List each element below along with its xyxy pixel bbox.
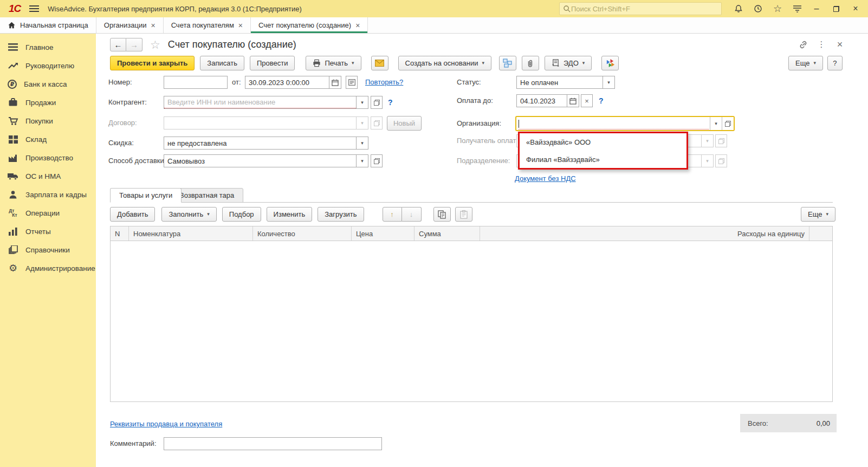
column-header-quantity[interactable]: Количество <box>253 226 352 241</box>
chevron-down-icon[interactable]: ▾ <box>356 155 368 167</box>
minimize-button[interactable]: – <box>812 4 821 14</box>
column-header-unit-costs[interactable]: Расходы на единицу <box>480 226 809 241</box>
column-header-price[interactable]: Цена <box>352 226 414 241</box>
number-field[interactable] <box>164 76 228 89</box>
tab-invoice-create[interactable]: Счет покупателю (создание) × <box>251 17 368 33</box>
create-based-on-button[interactable]: Создать на основании▾ <box>398 56 491 70</box>
contract-field: ▾ <box>164 116 368 129</box>
move-down-button[interactable]: ↓ <box>402 207 422 222</box>
main-menu-icon[interactable] <box>29 5 39 12</box>
tab-customer-invoices[interactable]: Счета покупателям × <box>164 17 251 33</box>
sidebar-item-main[interactable]: Главное <box>0 38 96 56</box>
search-input[interactable] <box>571 5 718 13</box>
counterparty-field[interactable]: ▾ <box>164 96 368 109</box>
restore-button[interactable] <box>831 4 841 14</box>
sidebar-item-production[interactable]: Производство <box>0 148 96 167</box>
column-header-sum[interactable]: Сумма <box>414 226 480 241</box>
fill-button[interactable]: Заполнить▾ <box>161 207 216 222</box>
discount-field[interactable]: не предоставлена ▾ <box>164 137 368 150</box>
send-email-button[interactable] <box>371 56 388 70</box>
edit-button[interactable]: Изменить <box>267 207 313 222</box>
org-option-wiseadvice-branch[interactable]: Филиал «Вайзэдвайс» <box>520 151 686 168</box>
get-link-icon[interactable] <box>797 38 809 50</box>
no-vat-link[interactable]: Документ без НДС <box>515 172 576 185</box>
tab-home[interactable]: Начальная страница <box>0 17 96 33</box>
favorite-star-icon[interactable]: ☆ <box>150 38 160 51</box>
post-button[interactable]: Провести <box>250 56 295 70</box>
global-search[interactable] <box>559 2 722 15</box>
tab-organizations[interactable]: Организации × <box>96 17 164 33</box>
sidebar-item-warehouse[interactable]: Склад <box>0 130 96 148</box>
calendar-icon[interactable] <box>567 95 579 107</box>
counterparty-open-button[interactable] <box>371 96 383 109</box>
delivery-method-field[interactable]: Самовывоз ▾ <box>164 154 368 167</box>
discount-label: Скидка: <box>108 137 134 150</box>
seller-buyer-details-link[interactable]: Реквизиты продавца и покупателя <box>110 418 222 431</box>
sidebar-item-manager[interactable]: Руководителю <box>0 56 96 75</box>
payment-due-clear-button[interactable]: × <box>581 94 593 107</box>
load-button[interactable]: Загрузить <box>318 207 364 222</box>
sidebar-item-bank-cash[interactable]: ₽ Банк и касса <box>0 75 96 93</box>
column-header-n[interactable]: N <box>111 226 129 241</box>
copy-rows-button[interactable] <box>433 207 451 222</box>
notifications-bell-icon[interactable] <box>734 4 743 14</box>
payment-due-help-link[interactable]: ? <box>599 94 604 107</box>
add-row-button[interactable]: Добавить <box>110 207 155 222</box>
document-structure-button[interactable] <box>499 56 516 70</box>
edo-button[interactable]: ЭДО▾ <box>545 56 592 70</box>
back-button[interactable]: ← <box>110 38 126 51</box>
counterparty-help-link[interactable]: ? <box>388 96 393 109</box>
sidebar-item-payroll-hr[interactable]: Зарплата и кадры <box>0 185 96 204</box>
calendar-icon[interactable] <box>329 76 341 88</box>
post-and-close-button[interactable]: Провести и закрыть <box>110 56 195 70</box>
column-header-nomenclature[interactable]: Номенклатура <box>129 226 253 241</box>
sidebar-item-administration[interactable]: ⚙ Администрирование <box>0 259 96 277</box>
number-input[interactable] <box>167 79 224 87</box>
print-button[interactable]: Печать▾ <box>306 56 361 70</box>
counterparty-input[interactable] <box>167 98 353 106</box>
forward-button[interactable]: → <box>126 38 142 51</box>
sidebar-item-sales[interactable]: Продажи <box>0 93 96 112</box>
chevron-down-icon[interactable]: ▾ <box>356 137 368 149</box>
sidebar-item-reports[interactable]: Отчеты <box>0 222 96 241</box>
sidebar-item-operations[interactable]: ДтКт Операции <box>0 204 96 222</box>
pick-button[interactable]: Подбор <box>222 207 261 222</box>
schedule-icon-button[interactable] <box>346 76 358 89</box>
history-icon[interactable] <box>753 4 763 14</box>
org-option-wiseadvice-ooo[interactable]: «Вайзэдвайс» ООО <box>520 133 686 151</box>
close-form-icon[interactable]: × <box>834 38 846 50</box>
table-body[interactable] <box>110 241 833 402</box>
tab-close-icon[interactable]: × <box>355 21 360 30</box>
chevron-down-icon[interactable]: ▾ <box>603 76 614 88</box>
date-field[interactable]: 30.09.2023 0:00:00 <box>245 76 341 89</box>
form-more-button[interactable]: Еще▾ <box>788 56 823 70</box>
help-button[interactable]: ? <box>827 56 843 70</box>
move-up-button[interactable]: ↑ <box>383 207 402 222</box>
tab-goods-services[interactable]: Товары и услуги <box>110 188 182 203</box>
sidebar-item-purchases[interactable]: Покупки <box>0 112 96 130</box>
functions-menu-icon[interactable] <box>792 4 802 14</box>
repeat-link[interactable]: Повторять? <box>365 76 403 89</box>
payment-due-field[interactable]: 04.10.2023 <box>516 94 579 107</box>
comment-field[interactable] <box>164 437 382 450</box>
organization-input[interactable] <box>519 120 709 128</box>
organization-field[interactable]: ▾ <box>515 116 735 131</box>
sidebar-item-label: Покупки <box>25 117 53 125</box>
status-field[interactable]: Не оплачен ▾ <box>516 76 615 89</box>
attachments-button[interactable] <box>522 56 539 70</box>
close-window-button[interactable]: × <box>851 4 860 14</box>
comment-input[interactable] <box>167 440 378 448</box>
more-kebab-icon[interactable]: ⋮ <box>815 38 827 50</box>
table-more-button[interactable]: Еще▾ <box>801 207 835 222</box>
save-button[interactable]: Записать <box>200 56 244 70</box>
sidebar-item-fixed-assets[interactable]: ОС и НМА <box>0 167 96 185</box>
connect-service-button[interactable] <box>601 56 619 70</box>
chevron-down-icon[interactable]: ▾ <box>710 117 722 130</box>
chevron-down-icon[interactable]: ▾ <box>356 96 368 108</box>
organization-open-button[interactable] <box>722 117 734 130</box>
tab-close-icon[interactable]: × <box>238 21 243 30</box>
tab-close-icon[interactable]: × <box>151 21 155 30</box>
favorites-star-icon[interactable]: ☆ <box>773 4 782 14</box>
delivery-open-button[interactable] <box>371 154 383 167</box>
sidebar-item-directories[interactable]: Справочники <box>0 241 96 259</box>
